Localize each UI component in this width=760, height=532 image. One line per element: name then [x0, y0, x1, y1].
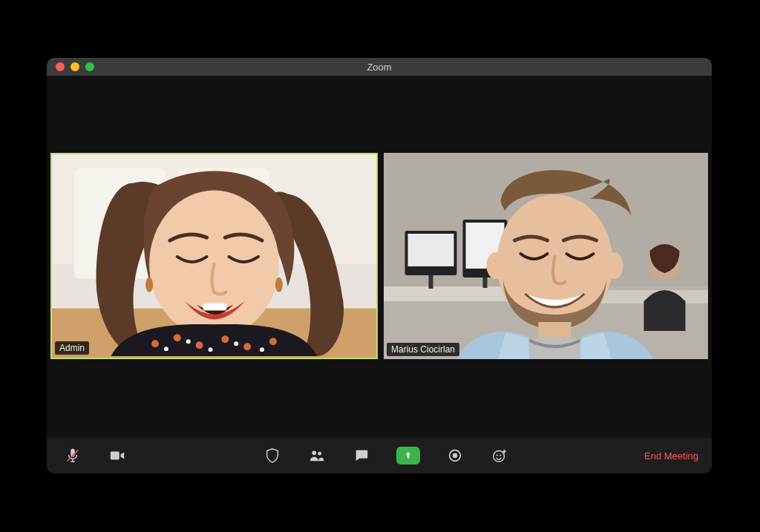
svg-point-39 [312, 450, 316, 455]
svg-point-14 [269, 338, 277, 345]
svg-point-10 [174, 334, 181, 341]
maximize-window-button[interactable] [85, 62, 94, 71]
security-button[interactable] [263, 446, 282, 465]
participant-name-label: Admin [55, 341, 89, 355]
close-window-button[interactable] [56, 62, 65, 71]
svg-point-18 [234, 341, 238, 346]
traffic-lights [56, 62, 94, 71]
svg-point-12 [221, 335, 229, 343]
svg-point-45 [499, 454, 501, 456]
window-title: Zoom [47, 62, 712, 73]
svg-rect-25 [408, 234, 454, 266]
svg-point-8 [275, 278, 283, 292]
titlebar: Zoom [47, 58, 712, 76]
minimize-window-button[interactable] [71, 62, 79, 71]
mute-button[interactable] [63, 446, 82, 465]
svg-point-19 [260, 347, 264, 352]
toolbar-left-group [47, 446, 127, 465]
video-icon [109, 447, 125, 464]
shield-icon [264, 447, 281, 464]
svg-rect-22 [384, 286, 517, 301]
svg-rect-38 [111, 452, 119, 460]
svg-point-42 [452, 453, 456, 458]
chat-icon [353, 447, 370, 464]
reactions-button[interactable] [490, 446, 509, 465]
video-tile-admin[interactable]: Admin [50, 153, 378, 359]
video-tile-marius[interactable]: Marius Ciocirlan [384, 153, 708, 359]
svg-point-40 [318, 452, 321, 456]
reactions-icon [491, 447, 508, 464]
svg-point-32 [487, 252, 505, 279]
share-screen-button[interactable] [396, 447, 420, 464]
meeting-content: Admin [47, 76, 712, 438]
video-feed-marius [384, 153, 708, 359]
svg-point-33 [606, 252, 623, 279]
video-button[interactable] [108, 446, 127, 465]
svg-rect-29 [483, 278, 488, 288]
svg-point-9 [151, 340, 159, 347]
toolbar-center-group [127, 446, 644, 465]
svg-point-13 [243, 343, 251, 350]
microphone-muted-icon [65, 447, 81, 464]
chat-button[interactable] [352, 446, 371, 465]
app-window: Zoom [47, 58, 712, 473]
end-meeting-button[interactable]: End Meeting [644, 450, 712, 462]
svg-point-17 [209, 347, 213, 352]
svg-rect-26 [429, 275, 433, 289]
video-feed-admin [52, 154, 376, 358]
svg-point-44 [496, 454, 497, 456]
svg-rect-6 [203, 303, 227, 311]
participants-button[interactable] [307, 446, 327, 465]
svg-point-11 [196, 341, 203, 349]
meeting-toolbar: End Meeting [47, 438, 712, 473]
record-icon [447, 447, 463, 464]
svg-point-7 [145, 278, 153, 292]
participant-name-label: Marius Ciocirlan [387, 343, 459, 356]
svg-point-16 [186, 339, 191, 344]
record-button[interactable] [445, 446, 465, 465]
participants-icon [309, 447, 325, 464]
video-grid: Admin [50, 153, 708, 359]
svg-point-15 [164, 347, 168, 351]
share-screen-icon [403, 450, 413, 461]
